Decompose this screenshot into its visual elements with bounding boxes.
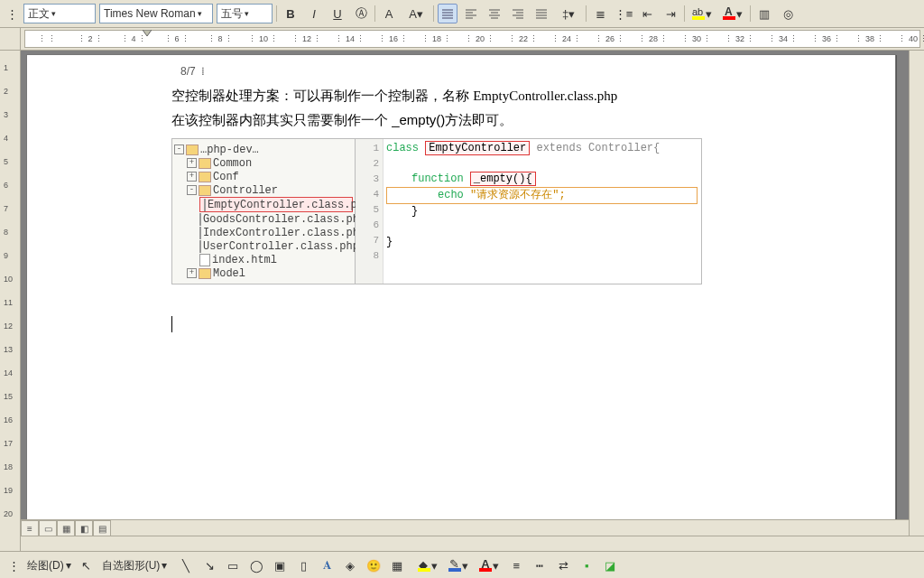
ruler-corner xyxy=(0,28,21,50)
columns-button[interactable]: ▥ xyxy=(754,4,774,23)
style-combo[interactable]: 正文 ▾ xyxy=(23,4,96,23)
size-combo[interactable]: 五号 ▾ xyxy=(217,4,273,23)
arrow-tool-button[interactable]: ↘ xyxy=(199,555,219,575)
vruler-tick: 10 xyxy=(4,275,13,284)
underline-button[interactable]: U xyxy=(328,4,347,23)
text-run: 在该控制器内部其实只需要制作一个 _empty()方法即可。 xyxy=(171,112,513,127)
vruler-tick: 20 xyxy=(4,509,13,518)
insert-picture-button[interactable]: ▦ xyxy=(387,555,407,575)
code-body: class EmptyController extends Controller… xyxy=(383,139,701,252)
vruler-tick: 2 xyxy=(4,87,8,96)
ruler-tick: ⋮ 22 ⋮ xyxy=(502,31,545,47)
font-combo[interactable]: Times New Roman ▾ xyxy=(99,4,213,23)
ruler-tick: ⋮ ⋮ xyxy=(25,31,69,47)
ruler-tick: ⋮ 18 ⋮ xyxy=(415,31,458,47)
char-scale-button[interactable]: A▾ xyxy=(402,4,430,23)
numbering-button[interactable]: ≣ xyxy=(590,4,610,23)
clipart-button[interactable]: 🙂 xyxy=(364,555,383,575)
ruler-tick: ⋮ 6 ⋮ xyxy=(155,31,199,47)
line-tool-button[interactable]: ╲ xyxy=(176,555,196,575)
align-distributed-button[interactable] xyxy=(531,4,551,23)
ruler-tick: ⋮ 40 ⋮ xyxy=(892,31,924,47)
fill-color-button[interactable]: ◆▾ xyxy=(414,555,441,575)
font-color-button[interactable]: A▾ xyxy=(719,4,746,23)
ruler-horizontal: ⋮ ⋮⋮ 2 ⋮⋮ 4 ⋮⋮ 6 ⋮⋮ 8 ⋮⋮ 10 ⋮⋮ 12 ⋮⋮ 14 … xyxy=(0,28,924,51)
draw-menu[interactable]: 绘图(D)▾ xyxy=(25,558,73,573)
align-left-button[interactable] xyxy=(461,4,481,23)
3d-button[interactable]: ◪ xyxy=(600,555,620,575)
dash-style-button[interactable]: ┅ xyxy=(530,555,550,575)
vruler-tick: 5 xyxy=(4,157,8,166)
oval-tool-button[interactable]: ◯ xyxy=(246,555,266,575)
ruler-tick: ⋮ 8 ⋮ xyxy=(199,31,242,47)
wordart-button[interactable]: 𝐀 xyxy=(317,555,337,575)
ruler-tick: ⋮ 2 ⋮ xyxy=(69,31,112,47)
text-run-filename: EmptyController.class.php xyxy=(473,89,617,103)
align-justify-button[interactable] xyxy=(438,4,457,23)
gutter-line: 4 xyxy=(356,187,379,202)
diagram-button[interactable]: ◈ xyxy=(340,555,360,575)
vruler-tick: 16 xyxy=(4,415,13,424)
scrollbar-horizontal[interactable] xyxy=(21,536,924,551)
char-border-button[interactable]: Ⓐ xyxy=(351,4,371,23)
document-page[interactable]: 8/7 ⁞ 空控制器处理方案：可以再制作一个控制器，名称 EmptyContro… xyxy=(26,54,896,547)
style-value: 正文 xyxy=(28,6,50,22)
autoshapes-menu[interactable]: 自选图形(U)▾ xyxy=(100,558,170,573)
ruler-vertical: 1234567891011121314151617181920 xyxy=(0,51,21,551)
ruler-tick: ⋮ 14 ⋮ xyxy=(328,31,372,47)
drawing-toolbar: ⋮ 绘图(D)▾ ↖ 自选图形(U)▾ ╲ ↘ ▭ ◯ ▣ ▯ 𝐀 ◈ 🙂 ▦ … xyxy=(0,551,924,578)
gutter-line: 8 xyxy=(356,248,379,264)
arrow-style-button[interactable]: ⇄ xyxy=(553,555,573,575)
view-normal-button[interactable]: ≡ xyxy=(21,520,39,536)
vruler-tick: 1 xyxy=(4,63,8,72)
page-viewport: 8/7 ⁞ 空控制器处理方案：可以再制作一个控制器，名称 EmptyContro… xyxy=(21,51,924,551)
ruler-scale[interactable]: ⋮ ⋮⋮ 2 ⋮⋮ 4 ⋮⋮ 6 ⋮⋮ 8 ⋮⋮ 10 ⋮⋮ 12 ⋮⋮ 14 … xyxy=(24,30,920,48)
formatting-toolbar: ⋮ 正文 ▾ Times New Roman ▾ 五号 ▾ B I U Ⓐ A … xyxy=(0,0,924,28)
line-color-button[interactable]: ✎▾ xyxy=(445,555,472,575)
size-value: 五号 xyxy=(221,6,243,22)
vruler-tick: 6 xyxy=(4,181,8,190)
scrollbar-vertical[interactable] xyxy=(909,51,924,551)
line-style-button[interactable]: ≡ xyxy=(506,555,526,575)
chevron-down-icon: ▾ xyxy=(51,9,56,18)
paragraph: 空控制器处理方案：可以再制作一个控制器，名称 EmptyController.c… xyxy=(171,84,857,108)
decrease-indent-button[interactable]: ⇤ xyxy=(637,4,657,23)
select-objects-button[interactable]: ↖ xyxy=(77,555,97,575)
align-center-button[interactable] xyxy=(485,4,504,23)
document-body[interactable]: 8/7 ⁞ 空控制器处理方案：可以再制作一个控制器，名称 EmptyContro… xyxy=(171,62,857,335)
ruler-tick: ⋮ 38 ⋮ xyxy=(848,31,892,47)
vruler-tick: 7 xyxy=(4,204,8,213)
font-color-draw-button[interactable]: A▾ xyxy=(476,555,503,575)
code-gutter: 12345678 xyxy=(356,139,383,284)
view-reading-button[interactable]: ◧ xyxy=(75,520,93,536)
ruler-tick: ⋮ 4 ⋮ xyxy=(112,31,155,47)
increase-indent-button[interactable]: ⇥ xyxy=(661,4,680,23)
shadow-button[interactable]: ▪ xyxy=(577,555,596,575)
vertical-textbox-button[interactable]: ▯ xyxy=(293,555,313,575)
bold-button[interactable]: B xyxy=(281,4,300,23)
view-outline-button[interactable]: ▭ xyxy=(39,520,57,536)
line-spacing-button[interactable]: ‡▾ xyxy=(555,4,582,23)
bullets-button[interactable]: ⋮≡ xyxy=(614,4,633,23)
textbox-tool-button[interactable]: ▣ xyxy=(270,555,290,575)
rectangle-tool-button[interactable]: ▭ xyxy=(223,555,243,575)
highlight-method: _empty(){ xyxy=(470,172,536,186)
italic-button[interactable]: I xyxy=(304,4,324,23)
ide-tree: -…php-dev… +Common +Conf -Controller Emp… xyxy=(172,139,356,284)
ruler-tick: ⋮ 20 ⋮ xyxy=(458,31,502,47)
ruler-tick: ⋮ 16 ⋮ xyxy=(372,31,415,47)
vruler-tick: 18 xyxy=(4,462,13,471)
gutter-line: 2 xyxy=(356,156,379,172)
ruler-tick: ⋮ 32 ⋮ xyxy=(718,31,762,47)
char-shading-button[interactable]: A xyxy=(379,4,399,23)
gutter-line: 6 xyxy=(356,218,379,233)
view-web-button[interactable]: ▤ xyxy=(93,520,111,536)
reading-layout-button[interactable]: ◎ xyxy=(778,4,798,23)
font-value: Times New Roman xyxy=(104,7,196,20)
vruler-tick: 8 xyxy=(4,228,8,237)
vruler-tick: 4 xyxy=(4,134,8,143)
highlight-button[interactable]: ab▾ xyxy=(688,4,716,23)
page-number-label: 8/7 xyxy=(180,65,196,78)
align-right-button[interactable] xyxy=(508,4,528,23)
view-page-button[interactable]: ▦ xyxy=(57,520,75,536)
